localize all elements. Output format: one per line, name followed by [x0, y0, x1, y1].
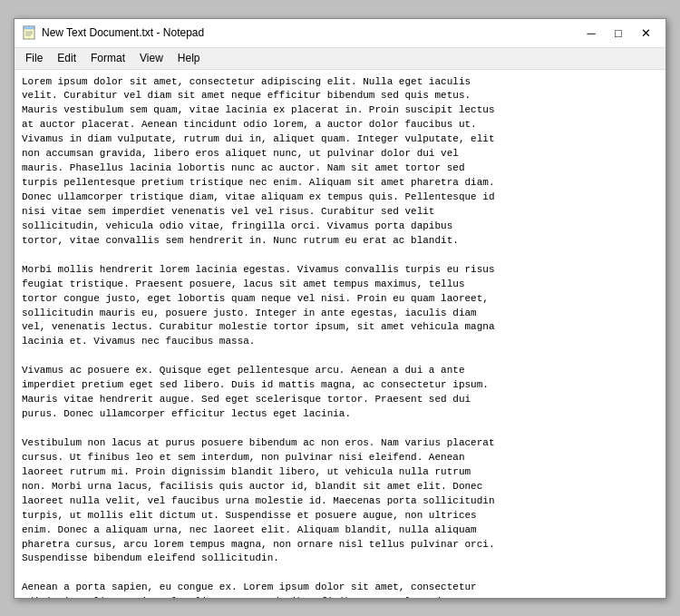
title-bar-controls: ─ □ ✕ [578, 23, 658, 43]
menu-file[interactable]: File [18, 50, 50, 67]
close-button[interactable]: ✕ [633, 23, 658, 43]
window-title: New Text Document.txt - Notepad [42, 26, 204, 39]
menu-format[interactable]: Format [83, 50, 132, 67]
text-editor[interactable]: Lorem ipsum dolor sit amet, consectetur … [15, 70, 665, 598]
menu-help[interactable]: Help [170, 50, 208, 67]
main-window: New Text Document.txt - Notepad ─ □ ✕ Fi… [14, 18, 666, 599]
minimize-button[interactable]: ─ [578, 23, 604, 43]
content-area: Lorem ipsum dolor sit amet, consectetur … [15, 70, 665, 598]
maximize-button[interactable]: □ [606, 23, 631, 43]
title-bar: New Text Document.txt - Notepad ─ □ ✕ [15, 19, 665, 48]
title-bar-left: New Text Document.txt - Notepad [22, 25, 204, 40]
svg-rect-1 [24, 26, 34, 29]
menu-view[interactable]: View [132, 50, 170, 67]
notepad-icon [22, 25, 36, 40]
menu-bar: File Edit Format View Help [15, 48, 665, 70]
menu-edit[interactable]: Edit [50, 50, 83, 67]
